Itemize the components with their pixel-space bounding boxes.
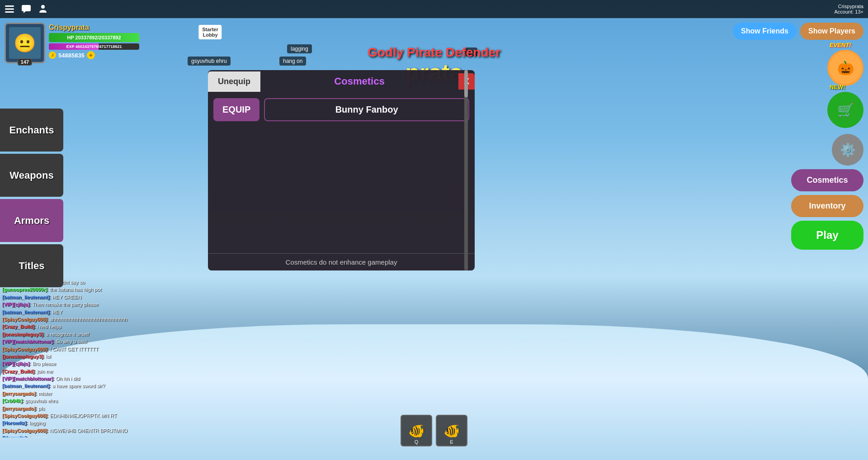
floating-chat-2: gsyuvhub ehru [188,57,231,66]
player-stats: Crispyprata HP 20337892/20337892 EXP 460… [49,23,139,59]
menu-icon[interactable] [5,4,14,14]
chat-line: [jonesimpleguy3]: u recognize it urself [2,331,147,338]
svg-point-5 [41,5,45,9]
gold-amount: 54885835 [58,52,85,59]
event-label: EVENT! [830,42,851,48]
quick-slot-e[interactable]: 🐠 E [436,415,467,446]
left-sidebar: Enchants Weapons Armors Titles [0,109,63,287]
floating-chat-1: lagging [287,44,312,53]
chat-line: [VIP][cjlbjs]: Then remake the party ple… [2,301,147,308]
quick-slot-q[interactable]: 🐠 Q [401,415,432,446]
svg-rect-2 [5,11,14,13]
hp-bar: HP 20337892/20337892 [49,33,139,42]
unequip-button[interactable]: Unequip [208,71,260,92]
player-level: 147 [18,58,32,66]
modal-footer: Cosmetics do not enhance gameplay [208,253,475,270]
chat-line: [batman_lieutenant]: u have spare sword … [2,383,147,389]
starter-lobby-sign: StarterLobby [198,25,222,39]
account-info-text: Account: 13+ [834,9,863,14]
chat-line: [Horowitz]: hang on [2,435,147,437]
chat-line: [Crazy_Build]: join me [2,368,147,375]
modal-header: Unequip Cosmetics X [208,70,475,93]
hp-text: HP 20337892/20337892 [49,33,139,42]
godly-title: Godly Pirate Defender [368,45,500,60]
shop-button-container: NEW! 🛒 [827,92,863,128]
avatar-image: 😐 [9,27,41,59]
exp-text: EXP 4602437978/4717718621 [49,43,139,50]
armors-button[interactable]: Armors [0,199,63,242]
chat-line: [Crazy_Build]: i ned helpp [2,323,147,330]
top-bar: Crispyprata Account: 13+ [0,0,868,18]
chat-line: [Crb04k]: gsyuvhub ehru [2,398,147,404]
weapons-button[interactable]: Weapons [0,154,63,197]
show-friends-button[interactable]: Show Friends [733,23,797,40]
item-name-button[interactable]: Bunny Fanboy [264,98,469,121]
svg-marker-4 [24,11,26,13]
chat-line: [SpisyCoolguy608]: NGWENHB OI4ENTR BPRJT… [2,427,147,434]
modal-title: Cosmetics [260,70,458,93]
chat-line: [jerrysargado]: mister [2,390,147,397]
svg-rect-1 [5,9,14,10]
chat-line: [jonesimpleguy3]: lol [2,353,147,360]
quick-slot-e-icon: 🐠 [443,423,460,439]
equip-button[interactable]: EQUIP [213,98,259,121]
chat-icon[interactable] [21,4,31,14]
right-side-buttons: EVENT! 🎃 NEW! 🛒 ⚙️ Cosmetics Inventory P… [791,50,863,250]
svg-rect-0 [5,5,14,7]
chat-line: [VIP][cjlbjs]: Bro please [2,360,147,367]
cosmetics-modal: Unequip Cosmetics X EQUIP Bunny Fanboy C… [208,70,475,270]
quick-slot-e-label: E [450,439,453,445]
top-right-buttons: Show Friends Show Players [733,23,863,40]
chat-line: [SpisyCoolguy608]: I CANT GET ITTTTTT [2,346,147,353]
modal-content-area [208,127,475,253]
gold-row: J 54885835 + [49,51,139,59]
chat-line: [batman_lieutenant]: HEY [2,309,147,316]
show-players-button[interactable]: Show Players [800,23,863,40]
play-button[interactable]: Play [791,221,863,250]
settings-button[interactable]: ⚙️ [832,134,863,166]
quick-slots-bar: 🐠 Q 🐠 E [401,415,467,446]
event-button[interactable]: 🎃 [827,50,863,86]
cosmetics-side-button[interactable]: Cosmetics [791,169,863,191]
chat-line: [Horowitz]: lagging [2,420,147,427]
chat-line: [SpisyCoolguy608]: EDNHBN4EJOPRPTK MN RT [2,413,147,419]
account-info: Crispyprata Account: 13+ [834,4,863,14]
floating-chat-4: hang on [279,57,306,66]
quick-slot-q-label: Q [415,439,419,445]
inventory-side-button[interactable]: Inventory [791,195,863,217]
modal-body: EQUIP Bunny Fanboy [208,93,475,127]
username-display: Crispyprata [838,4,863,9]
chat-line: [jerrysargado]: pls [2,405,147,412]
shop-button[interactable]: 🛒 [827,92,863,128]
exp-bar: EXP 4602437978/4717718621 [49,43,139,50]
player-name: Crispyprata [49,24,139,32]
chat-line: [SpisyCoolguy608]: ahhhhhhhhhhhhhhhhhhhh… [2,316,147,323]
chat-line: [VIP][matchblottonar]: So why u said [2,338,147,345]
enchants-button[interactable]: Enchants [0,109,63,152]
chat-line: [gunoopree20000r]: the katana has high p… [2,286,147,293]
titles-button[interactable]: Titles [0,244,63,287]
svg-rect-3 [22,5,31,11]
chat-line: [VIP][matchblottonar]: Oh hh i did [2,375,147,382]
scrollbar-thumb[interactable] [464,70,468,97]
chat-line: [batman_lieutenant]: HEY GREEN [2,294,147,301]
new-label: NEW! [830,84,845,90]
add-gold-button[interactable]: + [87,51,95,59]
gold-icon: J [49,52,56,59]
character-icon[interactable] [38,4,48,14]
avatar-frame: 😐 147 [5,23,45,63]
event-button-container: EVENT! 🎃 [827,50,863,86]
player-hud: 😐 147 Crispyprata HP 20337892/20337892 E… [5,23,139,63]
quick-slot-q-icon: 🐠 [408,423,425,439]
chat-box: [jonesimpleguy3]: nah I didnt say so[gun… [2,279,147,437]
